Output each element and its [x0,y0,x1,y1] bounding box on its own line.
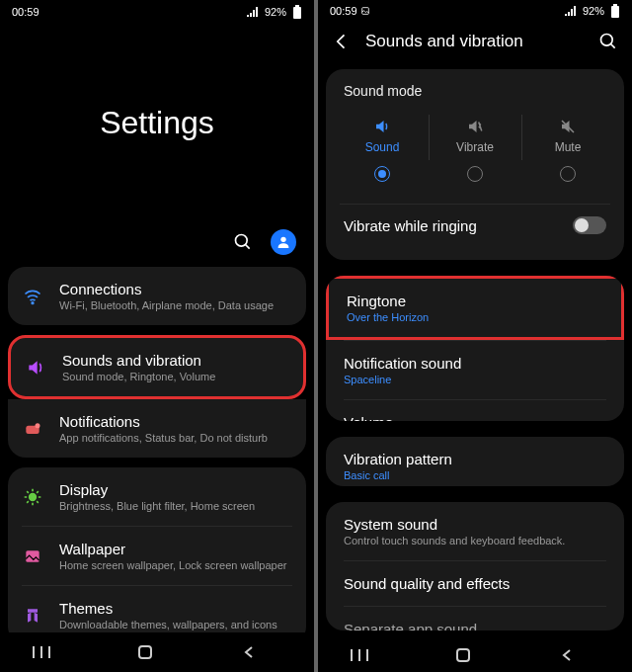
signal-icon [565,6,577,16]
row-ringtone[interactable]: Ringtone Over the Horizon [326,276,624,340]
settings-item-notifications[interactable]: Notifications App notifications, Status … [8,399,306,458]
item-sub: Brightness, Blue light filter, Home scre… [59,500,292,512]
sound-mode-section: Sound mode Sound Vibrate Mute [326,69,624,260]
sounds-screen: 00:59 92% Sounds and vibration Sound mod… [318,0,632,672]
signal-icon [247,7,259,17]
row-sound-quality[interactable]: Sound quality and effects [326,561,624,606]
search-icon[interactable] [233,232,253,252]
row-system-sound[interactable]: System sound Control touch sounds and ke… [326,502,624,560]
settings-item-connections[interactable]: Connections Wi-Fi, Bluetooth, Airplane m… [8,267,306,325]
svg-rect-13 [139,646,151,658]
display-icon [22,486,43,508]
item-sub: Wi-Fi, Bluetooth, Airplane mode, Data us… [59,299,292,311]
recents-button[interactable] [33,645,72,659]
screenshot-icon [360,6,370,16]
svg-point-2 [236,235,248,247]
vibrate-while-ringing[interactable]: Vibrate while ringing [326,205,624,246]
nav-bar [318,638,632,672]
svg-point-4 [280,237,285,242]
radio[interactable] [374,166,390,182]
svg-point-5 [32,301,34,303]
battery-icon [292,5,302,19]
toggle[interactable] [573,216,606,234]
status-time: 00:59 [330,5,370,17]
item-sub: Home screen wallpaper, Lock screen wallp… [59,559,292,571]
svg-rect-1 [295,5,299,7]
mode-sound[interactable]: Sound [336,111,429,188]
settings-screen: 00:59 92% Settings Connections Wi-Fi, Bl… [0,0,314,672]
section-title: Sound mode [326,83,624,111]
back-button[interactable] [560,648,599,662]
themes-icon [22,605,43,627]
item-title: Wallpaper [59,541,292,557]
wifi-icon [22,286,43,307]
item-sub: Sound mode, Ringtone, Volume [62,371,289,382]
svg-point-8 [30,493,37,500]
settings-item-wallpaper[interactable]: Wallpaper Home screen wallpaper, Lock sc… [8,527,306,585]
item-title: Display [59,481,292,498]
status-bar: 00:59 92% [318,0,632,22]
item-title: Themes [59,600,292,617]
item-sub: Downloadable themes, wallpapers, and ico… [59,619,292,630]
settings-item-themes[interactable]: Themes Downloadable themes, wallpapers, … [8,586,306,632]
account-avatar[interactable] [271,229,296,255]
svg-rect-0 [293,7,301,19]
status-time: 00:59 [12,6,40,18]
svg-point-17 [601,35,613,46]
settings-item-sounds[interactable]: Sounds and vibration Sound mode, Rington… [11,338,303,396]
svg-rect-24 [457,649,469,661]
svg-rect-15 [611,6,619,18]
battery-pct: 92% [583,5,604,17]
nav-bar [0,632,314,672]
back-icon[interactable] [332,32,352,51]
svg-point-7 [36,423,40,428]
sound-icon [336,117,429,136]
battery-pct: 92% [265,6,286,18]
sound-icon [25,357,46,378]
header-title: Sounds and vibration [365,32,585,51]
radio[interactable] [560,166,576,182]
svg-line-18 [611,44,615,48]
mute-icon [521,117,614,136]
page-title: Settings [100,105,214,141]
notifications-icon [22,418,43,440]
recents-button[interactable] [351,648,390,662]
item-title: Sounds and vibration [62,352,289,369]
row-vibration-pattern[interactable]: Vibration pattern Basic call [326,437,624,487]
home-button[interactable] [455,647,495,663]
mode-mute[interactable]: Mute [521,111,614,188]
status-bar: 00:59 92% [0,0,314,24]
battery-icon [610,4,620,18]
settings-item-display[interactable]: Display Brightness, Blue light filter, H… [8,467,306,526]
vibrate-icon [429,117,521,136]
svg-line-3 [246,245,250,249]
page-title-area: Settings [0,24,314,221]
item-title: Notifications [59,413,292,430]
row-separate-app-sound[interactable]: Separate app sound [326,607,624,630]
row-volume[interactable]: Volume [326,400,624,421]
item-title: Connections [59,281,292,297]
wallpaper-icon [22,546,43,567]
item-sub: App notifications, Status bar, Do not di… [59,432,292,444]
back-button[interactable] [242,645,281,659]
mode-vibrate[interactable]: Vibrate [429,111,521,188]
row-notification-sound[interactable]: Notification sound Spaceline [326,341,624,399]
home-button[interactable] [137,644,177,660]
search-icon[interactable] [598,32,618,51]
radio[interactable] [467,166,483,182]
svg-rect-16 [613,4,617,6]
